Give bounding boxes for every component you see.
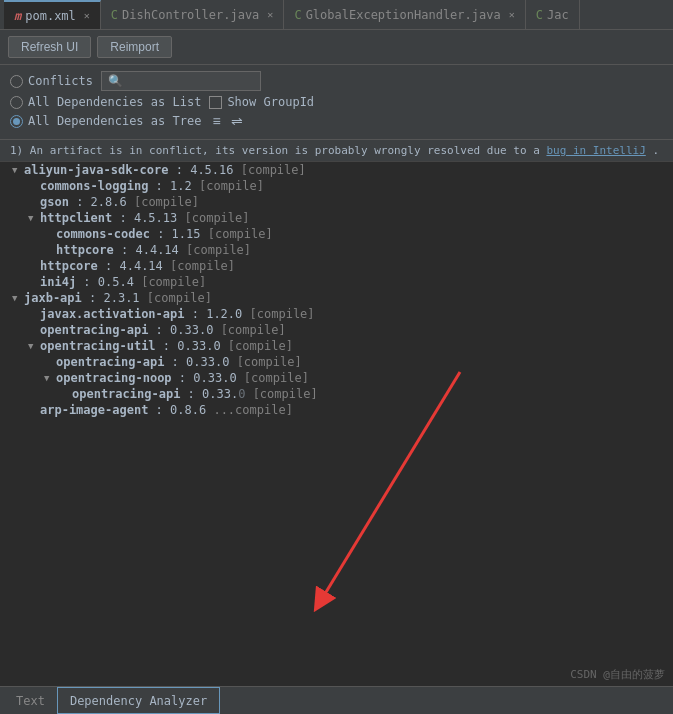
tree-row[interactable]: httpcore : 4.4.14 [compile]: [0, 258, 673, 274]
watermark: CSDN @自由的菠萝: [570, 667, 665, 682]
tab-dish[interactable]: C DishController.java ✕: [101, 0, 285, 29]
tree-row[interactable]: httpclient : 4.5.13 [compile]: [0, 210, 673, 226]
conflicts-label: Conflicts: [28, 74, 93, 88]
show-group-id-label[interactable]: Show GroupId: [209, 95, 314, 109]
maven-icon: m: [14, 9, 21, 23]
arrow-expand[interactable]: [28, 341, 40, 351]
tree-row[interactable]: opentracing-util : 0.33.0 [compile]: [0, 338, 673, 354]
arrow-expand[interactable]: [12, 293, 24, 303]
info-text: 1) An artifact is in conflict, its versi…: [10, 144, 540, 157]
tab-global[interactable]: C GlobalExceptionHandler.java ✕: [284, 0, 525, 29]
all-deps-list-label: All Dependencies as List: [28, 95, 201, 109]
tab-global-close[interactable]: ✕: [509, 9, 515, 20]
dish-icon: C: [111, 8, 118, 22]
jac-icon: C: [536, 8, 543, 22]
tab-pom[interactable]: m pom.xml ✕: [4, 0, 101, 29]
show-group-id-checkbox[interactable]: [209, 96, 222, 109]
tab-pom-label: pom.xml: [25, 9, 76, 23]
arrow-expand[interactable]: [12, 165, 24, 175]
expand-all-button[interactable]: ≡: [209, 113, 223, 129]
reimport-button[interactable]: Reimport: [97, 36, 172, 58]
arrow-expand[interactable]: [44, 373, 56, 383]
tree-row[interactable]: opentracing-noop : 0.33.0 [compile]: [0, 370, 673, 386]
bottom-bar: Text Dependency Analyzer CSDN @自由的菠萝: [0, 686, 673, 714]
bottom-tab-text-label: Text: [16, 694, 45, 708]
bottom-tab-dependency-analyzer[interactable]: Dependency Analyzer: [57, 687, 220, 714]
tree-row[interactable]: commons-codec : 1.15 [compile]: [0, 226, 673, 242]
tab-pom-close[interactable]: ✕: [84, 10, 90, 21]
tree-row[interactable]: javax.activation-api : 1.2.0 [compile]: [0, 306, 673, 322]
collapse-all-button[interactable]: ⇌: [228, 113, 246, 129]
conflicts-radio-label[interactable]: Conflicts: [10, 74, 93, 88]
info-link[interactable]: bug in IntelliJ: [546, 144, 645, 157]
bottom-tab-dep-label: Dependency Analyzer: [70, 694, 207, 708]
all-deps-tree-label: All Dependencies as Tree: [28, 114, 201, 128]
tree-row[interactable]: opentracing-api : 0.33.0 [compile]: [0, 354, 673, 370]
bottom-tab-text[interactable]: Text: [4, 687, 57, 714]
toolbar: Refresh UI Reimport: [0, 30, 673, 65]
dependency-tree[interactable]: aliyun-java-sdk-core : 4.5.16 [compile] …: [0, 162, 673, 660]
all-deps-tree-radio-label[interactable]: All Dependencies as Tree: [10, 114, 201, 128]
refresh-ui-button[interactable]: Refresh UI: [8, 36, 91, 58]
arrow-expand[interactable]: [28, 213, 40, 223]
filter-row-tree: All Dependencies as Tree ≡ ⇌: [10, 113, 663, 129]
tree-row[interactable]: opentracing-api : 0.33.0 [compile]: [0, 386, 673, 402]
tab-jac-label: Jac: [547, 8, 569, 22]
tab-jac[interactable]: C Jac: [526, 0, 580, 29]
conflicts-radio[interactable]: [10, 75, 23, 88]
tab-global-label: GlobalExceptionHandler.java: [306, 8, 501, 22]
tree-row[interactable]: opentracing-api : 0.33.0 [compile]: [0, 322, 673, 338]
tree-controls: ≡ ⇌: [209, 113, 245, 129]
global-icon: C: [294, 8, 301, 22]
tab-dish-close[interactable]: ✕: [267, 9, 273, 20]
show-group-id-text: Show GroupId: [227, 95, 314, 109]
all-deps-tree-radio[interactable]: [10, 115, 23, 128]
search-input[interactable]: [101, 71, 261, 91]
tree-row[interactable]: ini4j : 0.5.4 [compile]: [0, 274, 673, 290]
info-suffix: .: [652, 144, 659, 157]
info-bar: 1) An artifact is in conflict, its versi…: [0, 140, 673, 162]
tree-row[interactable]: httpcore : 4.4.14 [compile]: [0, 242, 673, 258]
tree-row[interactable]: arp-image-agent : 0.8.6 ...compile]: [0, 402, 673, 418]
all-deps-list-radio-label[interactable]: All Dependencies as List: [10, 95, 201, 109]
tree-row[interactable]: aliyun-java-sdk-core : 4.5.16 [compile]: [0, 162, 673, 178]
tree-row[interactable]: jaxb-api : 2.3.1 [compile]: [0, 290, 673, 306]
all-deps-list-radio[interactable]: [10, 96, 23, 109]
tree-row[interactable]: gson : 2.8.6 [compile]: [0, 194, 673, 210]
tree-row[interactable]: commons-logging : 1.2 [compile]: [0, 178, 673, 194]
filter-row-list: All Dependencies as List Show GroupId: [10, 95, 663, 109]
tab-dish-label: DishController.java: [122, 8, 259, 22]
filter-panel: Conflicts All Dependencies as List Show …: [0, 65, 673, 140]
filter-row-conflicts: Conflicts: [10, 71, 663, 91]
tab-bar: m pom.xml ✕ C DishController.java ✕ C Gl…: [0, 0, 673, 30]
